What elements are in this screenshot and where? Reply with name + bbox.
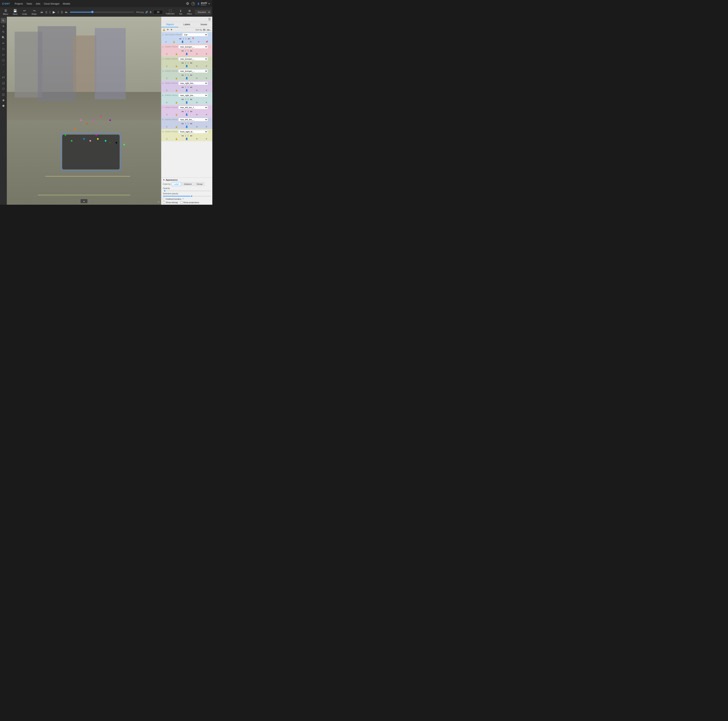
keypoint-12[interactable] [124,144,125,145]
canvas-area[interactable]: ▲ ◎ [7,17,161,205]
obj-2-last[interactable]: ⏭ [190,49,193,52]
obj-8-label-select[interactable]: rear_left_tire_... [178,118,208,121]
keypoint-15[interactable] [100,116,102,117]
outlined-borders-checkbox-wrap[interactable]: Outlined borders ✏ [163,198,184,200]
obj-8-first[interactable]: ⏮ [181,122,184,125]
keypoint-1[interactable] [80,119,82,121]
obj-3-copy-icon[interactable]: ⎘ [166,65,168,67]
progress-track[interactable] [70,12,134,12]
obj-7-eye-icon[interactable]: 👁 [196,113,198,116]
obj-4-first[interactable]: ⏮ [181,73,184,76]
show-bitmap-checkbox-wrap[interactable]: Show bitmap [163,201,178,203]
obj-5-eye-icon[interactable]: 👁 [196,89,198,92]
obj-2-eye-icon[interactable]: 👁 [196,53,198,55]
obj-5-first[interactable]: ⏮ [181,86,184,89]
obj-4-star-icon[interactable]: ★ [205,77,207,79]
obj-6-menu-button[interactable]: ⋮ [208,94,211,97]
obj-5-person-icon[interactable]: 👤 [185,89,188,92]
obj-9-first[interactable]: ⏮ [181,134,184,137]
obj-1-next[interactable]: ⟩ [185,37,187,40]
first-frame-button[interactable]: ⏮ [40,10,44,14]
obj-1-pin2-icon[interactable]: 📌 [205,41,208,43]
obj-4-eye-icon[interactable]: 👁 [196,77,198,79]
obj-8-lock-icon[interactable]: 🔒 [175,125,178,128]
obj-1-menu-button[interactable]: ⋮ [208,33,211,36]
obj-3-next[interactable]: ⟩ [187,61,189,64]
obj-9-person-icon[interactable]: 👤 [185,137,188,140]
keypoint-13[interactable] [86,123,88,125]
obj-8-eye-icon[interactable]: 👁 [196,126,198,128]
color-by-label-btn[interactable]: Label [172,182,181,186]
obj-5-prev[interactable]: ⟨ [185,86,187,89]
obj-3-menu-button[interactable]: ⋮ [208,57,211,61]
obj-5-lock-icon[interactable]: 🔒 [175,89,178,92]
crosshair-tool[interactable]: ✛ [1,23,6,29]
outlined-borders-checkbox[interactable] [163,198,165,200]
obj-6-eye-icon[interactable]: 👁 [196,101,198,104]
obj-1-lock-icon[interactable]: 🔒 [173,41,175,43]
panel-menu-button[interactable]: ☰ [208,17,211,21]
obj-7-last[interactable]: ⏭ [190,110,193,113]
next-keyframe-button[interactable]: ⟩⟩ [60,10,64,14]
obj-8-star-icon[interactable]: ★ [205,125,207,128]
keypoint-6[interactable] [89,140,91,142]
obj-4-label-select[interactable]: rear_bumper_... [178,69,208,73]
obj-9-label-select[interactable]: front_right_tir... [178,130,208,133]
obj-1-star-icon[interactable]: ★ [198,41,200,43]
obj-6-star-icon[interactable]: ★ [205,101,207,104]
obj-5-last[interactable]: ⏭ [190,86,193,89]
obj-5-star-icon[interactable]: ★ [205,89,207,92]
obj-7-lock-icon[interactable]: 🔒 [175,113,178,116]
obj-7-prev[interactable]: ⟨ [185,110,187,113]
keypoint-14[interactable] [93,119,94,121]
opacity-slider[interactable] [163,191,211,191]
zoom-tool[interactable]: 🔍 [1,35,6,40]
nav-tasks[interactable]: Tasks [26,3,32,5]
obj-4-prev[interactable]: ⟨ [185,73,187,76]
obj-1-eye-icon[interactable]: 👁 [190,41,192,43]
nav-jobs[interactable]: Jobs [36,3,40,5]
obj-8-last[interactable]: ⏭ [190,122,193,125]
rect-tool[interactable]: ▭ [1,52,6,57]
obj-4-menu-button[interactable]: ⋮ [208,70,211,73]
shape-group-tool[interactable]: ❏ [1,80,6,86]
obj-3-person-icon[interactable]: 👤 [185,65,188,67]
obj-9-next[interactable]: ⟩ [187,134,189,137]
redo-button[interactable]: ↪ Redo [30,8,38,16]
extra-tool4[interactable]: ⬣ [1,103,6,108]
obj-9-eye-icon[interactable]: 👁 [196,138,198,140]
undo-button[interactable]: ↩ Undo [21,8,29,16]
obj-3-label-select[interactable]: rear_bumper_... [178,57,208,61]
obj-6-lock-icon[interactable]: 🔒 [175,101,178,104]
keypoint-7[interactable] [96,134,97,136]
obj-2-copy-icon[interactable]: ⎘ [166,53,168,55]
obj-9-prev[interactable]: ⟨ [185,134,187,137]
obj-7-label-select[interactable]: rear_left_tire_f... [178,106,208,109]
nav-models[interactable]: Models [63,3,70,5]
last-frame-button[interactable]: ⏭ [64,10,69,14]
keypoint-3[interactable] [65,134,66,136]
obj-8-prev[interactable]: ⟨ [185,122,187,125]
obj-2-prev[interactable]: ⟨ [185,49,187,52]
obj-2-menu-button[interactable]: ⋮ [208,45,211,48]
obj-4-lock-icon[interactable]: 🔒 [175,77,178,79]
obj-2-star-icon[interactable]: ★ [205,53,207,55]
play-button[interactable]: ▶ [52,10,56,15]
keypoint-10[interactable] [109,142,111,144]
prev-frame-button[interactable]: ⟨ [49,10,51,14]
obj-8-next[interactable]: ⟩ [187,122,189,125]
next-frame-button[interactable]: ⟩ [57,10,59,14]
obj-6-first[interactable]: ⏮ [181,98,184,101]
tab-objects[interactable]: Objects [161,22,178,27]
user-dropdown-icon[interactable]: ▼ [208,3,210,5]
fullscreen-button[interactable]: ⛶ Fullscreen [164,9,176,15]
show-projections-checkbox-wrap[interactable]: Show projections [180,201,199,203]
keypoint-2[interactable] [74,129,75,130]
tab-labels[interactable]: Labels [178,22,196,27]
obj-7-menu-button[interactable]: ⋮ [208,106,211,109]
prev-keyframe-button[interactable]: ⟨⟨ [44,10,48,14]
obj-1-prev[interactable]: ⟨ [182,37,185,40]
obj-5-label-select[interactable]: rear_right_tire... [178,81,208,85]
rotate-tool[interactable]: ↻ [1,29,6,35]
keypoint-16[interactable] [109,119,111,121]
